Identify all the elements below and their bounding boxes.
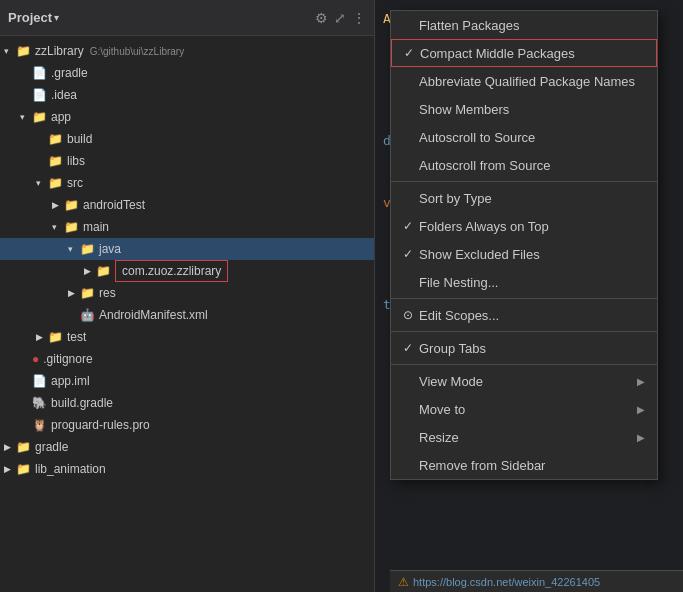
tree-arrow[interactable]: ▶ bbox=[52, 200, 64, 210]
file-icon-java: 📁 bbox=[80, 242, 95, 256]
tree-arrow[interactable]: ▶ bbox=[4, 464, 16, 474]
tree-item-build[interactable]: 📁build bbox=[0, 128, 374, 150]
menu-item-group_tabs[interactable]: ✓Group Tabs bbox=[391, 334, 657, 362]
file-icon-gitignore: ● bbox=[32, 352, 39, 366]
tree-item-gitignore[interactable]: ●.gitignore bbox=[0, 348, 374, 370]
file-icon-manifest: 🤖 bbox=[80, 308, 95, 322]
file-icon-androidTest: 📁 bbox=[64, 198, 79, 212]
menu-label-edit_scopes: Edit Scopes... bbox=[419, 308, 645, 323]
tree-item-build_gradle[interactable]: 🐘build.gradle bbox=[0, 392, 374, 414]
menu-label-folders_top: Folders Always on Top bbox=[419, 219, 645, 234]
tree-item-main[interactable]: ▾📁main bbox=[0, 216, 374, 238]
package-box: com.zuoz.zzlibrary bbox=[115, 260, 228, 282]
menu-item-file_nesting[interactable]: File Nesting... bbox=[391, 268, 657, 296]
menu-item-folders_top[interactable]: ✓Folders Always on Top bbox=[391, 212, 657, 240]
tree-item-label-idea: .idea bbox=[51, 88, 77, 102]
tree-item-label-gradle_root: gradle bbox=[35, 440, 68, 454]
menu-item-sort_by_type[interactable]: Sort by Type bbox=[391, 184, 657, 212]
tree-item-test[interactable]: ▶📁test bbox=[0, 326, 374, 348]
panel-title: Project bbox=[8, 10, 52, 25]
tree-arrow[interactable]: ▾ bbox=[20, 112, 32, 122]
tree-item-label-com_zuoz: com.zuoz.zzlibrary bbox=[122, 264, 221, 278]
settings-icon[interactable]: ⚙ bbox=[315, 10, 328, 26]
tree-arrow[interactable]: ▶ bbox=[4, 442, 16, 452]
tree-item-label-src: src bbox=[67, 176, 83, 190]
file-icon-libs: 📁 bbox=[48, 154, 63, 168]
tree-container: ▾📁zzLibraryG:\github\ui\zzLibrary📄.gradl… bbox=[0, 36, 374, 592]
menu-item-abbreviate[interactable]: Abbreviate Qualified Package Names bbox=[391, 67, 657, 95]
tree-item-app_iml[interactable]: 📄app.iml bbox=[0, 370, 374, 392]
menu-label-autoscroll_to: Autoscroll to Source bbox=[419, 130, 645, 145]
tree-item-label-app: app bbox=[51, 110, 71, 124]
menu-item-show_excluded[interactable]: ✓Show Excluded Files bbox=[391, 240, 657, 268]
tree-arrow[interactable]: ▾ bbox=[4, 46, 16, 56]
menu-item-edit_scopes[interactable]: ⊙Edit Scopes... bbox=[391, 301, 657, 329]
menu-item-compact[interactable]: ✓Compact Middle Packages bbox=[391, 39, 657, 67]
submenu-arrow-resize: ▶ bbox=[637, 432, 645, 443]
menu-check-folders_top: ✓ bbox=[403, 219, 419, 233]
file-icon-proguard: 🦉 bbox=[32, 418, 47, 432]
menu-label-show_excluded: Show Excluded Files bbox=[419, 247, 645, 262]
tree-item-label-res: res bbox=[99, 286, 116, 300]
tree-item-src[interactable]: ▾📁src bbox=[0, 172, 374, 194]
tree-item-java[interactable]: ▾📁java bbox=[0, 238, 374, 260]
menu-separator bbox=[391, 331, 657, 332]
file-icon-build_gradle: 🐘 bbox=[32, 396, 47, 410]
tree-item-androidTest[interactable]: ▶📁androidTest bbox=[0, 194, 374, 216]
tree-item-gradle_root[interactable]: ▶📁gradle bbox=[0, 436, 374, 458]
tree-item-lib_animation[interactable]: ▶📁lib_animation bbox=[0, 458, 374, 480]
file-icon-build: 📁 bbox=[48, 132, 63, 146]
menu-item-view_mode[interactable]: View Mode▶ bbox=[391, 367, 657, 395]
file-icon-com_zuoz: 📁 bbox=[96, 264, 111, 278]
tree-item-proguard[interactable]: 🦉proguard-rules.pro bbox=[0, 414, 374, 436]
menu-label-group_tabs: Group Tabs bbox=[419, 341, 645, 356]
tree-arrow[interactable]: ▶ bbox=[68, 288, 80, 298]
menu-label-sort_by_type: Sort by Type bbox=[419, 191, 645, 206]
tree-arrow[interactable]: ▾ bbox=[68, 244, 80, 254]
submenu-arrow-move_to: ▶ bbox=[637, 404, 645, 415]
file-icon-res: 📁 bbox=[80, 286, 95, 300]
file-icon-main: 📁 bbox=[64, 220, 79, 234]
tree-item-label-lib_animation: lib_animation bbox=[35, 462, 106, 476]
tree-item-com_zuoz[interactable]: ▶📁com.zuoz.zzlibrary bbox=[0, 260, 374, 282]
menu-item-resize[interactable]: Resize▶ bbox=[391, 423, 657, 451]
tree-item-app[interactable]: ▾📁app bbox=[0, 106, 374, 128]
tree-item-label-build: build bbox=[67, 132, 92, 146]
file-icon-src: 📁 bbox=[48, 176, 63, 190]
menu-item-autoscroll_to[interactable]: Autoscroll to Source bbox=[391, 123, 657, 151]
expand-icon[interactable]: ⤢ bbox=[334, 10, 346, 26]
menu-item-autoscroll_from[interactable]: Autoscroll from Source bbox=[391, 151, 657, 179]
menu-separator bbox=[391, 298, 657, 299]
file-icon-gradle: 📄 bbox=[32, 66, 47, 80]
tree-item-idea[interactable]: 📄.idea bbox=[0, 84, 374, 106]
file-icon-gradle_root: 📁 bbox=[16, 440, 31, 454]
menu-label-view_mode: View Mode bbox=[419, 374, 637, 389]
menu-check-compact: ✓ bbox=[404, 46, 420, 60]
url-text: https://blog.csdn.net/weixin_42261405 bbox=[413, 576, 600, 588]
menu-item-remove_sidebar[interactable]: Remove from Sidebar bbox=[391, 451, 657, 479]
tree-item-label-manifest: AndroidManifest.xml bbox=[99, 308, 208, 322]
tree-item-libs[interactable]: 📁libs bbox=[0, 150, 374, 172]
tree-arrow[interactable]: ▶ bbox=[84, 266, 96, 276]
menu-item-move_to[interactable]: Move to▶ bbox=[391, 395, 657, 423]
menu-label-compact: Compact Middle Packages bbox=[420, 46, 644, 61]
file-icon-test: 📁 bbox=[48, 330, 63, 344]
menu-item-flatten[interactable]: Flatten Packages bbox=[391, 11, 657, 39]
file-icon-app: 📁 bbox=[32, 110, 47, 124]
tree-item-gradle[interactable]: 📄.gradle bbox=[0, 62, 374, 84]
more-icon[interactable]: ⋮ bbox=[352, 10, 366, 26]
file-icon-app_iml: 📄 bbox=[32, 374, 47, 388]
tree-arrow[interactable]: ▾ bbox=[52, 222, 64, 232]
tree-arrow[interactable]: ▶ bbox=[36, 332, 48, 342]
tree-item-zzLibrary[interactable]: ▾📁zzLibraryG:\github\ui\zzLibrary bbox=[0, 40, 374, 62]
tree-item-label-app_iml: app.iml bbox=[51, 374, 90, 388]
submenu-arrow-view_mode: ▶ bbox=[637, 376, 645, 387]
menu-check-edit_scopes: ⊙ bbox=[403, 308, 419, 322]
tree-item-manifest[interactable]: 🤖AndroidManifest.xml bbox=[0, 304, 374, 326]
tree-arrow[interactable]: ▾ bbox=[36, 178, 48, 188]
tree-item-label-proguard: proguard-rules.pro bbox=[51, 418, 150, 432]
menu-item-show_members[interactable]: Show Members bbox=[391, 95, 657, 123]
menu-label-show_members: Show Members bbox=[419, 102, 645, 117]
menu-label-file_nesting: File Nesting... bbox=[419, 275, 645, 290]
tree-item-res[interactable]: ▶📁res bbox=[0, 282, 374, 304]
